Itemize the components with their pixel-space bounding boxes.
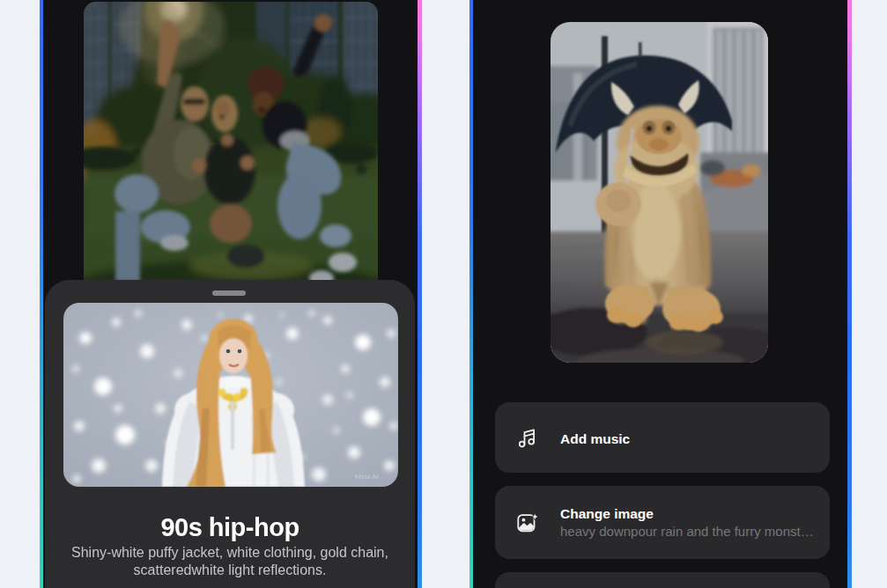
svg-text:Meta AI: Meta AI [355,473,379,481]
